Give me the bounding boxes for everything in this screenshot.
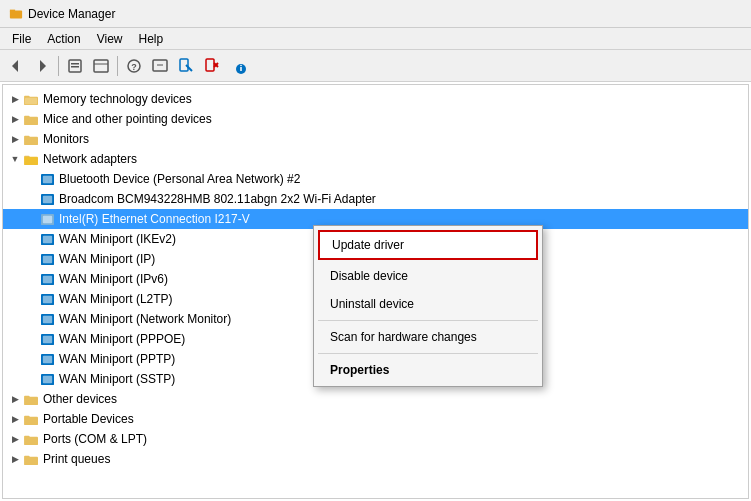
tree-item-other[interactable]: ▶ Other devices (3, 389, 748, 409)
icon-monitors (23, 131, 39, 147)
label-ports: Ports (COM & LPT) (43, 432, 147, 446)
expander-network[interactable]: ▼ (7, 151, 23, 167)
icon-portable (23, 411, 39, 427)
icon-mice (23, 111, 39, 127)
label-wan-ikev2: WAN Miniport (IKEv2) (59, 232, 176, 246)
icon-intel (39, 211, 55, 227)
forward-button[interactable] (30, 54, 54, 78)
context-menu-properties[interactable]: Properties (314, 356, 542, 384)
app-icon (8, 6, 24, 22)
svg-rect-45 (42, 315, 51, 322)
svg-marker-2 (12, 60, 18, 72)
expander-other[interactable]: ▶ (7, 391, 23, 407)
expander-monitors[interactable]: ▶ (7, 131, 23, 147)
icon-wan-ipv6 (39, 271, 55, 287)
tree-item-mice[interactable]: ▶ Mice and other pointing devices (3, 109, 748, 129)
toolbar-sep-2 (117, 56, 118, 76)
context-menu-disable-device[interactable]: Disable device (314, 262, 542, 290)
svg-rect-47 (42, 335, 51, 342)
context-menu-scan-hardware[interactable]: Scan for hardware changes (314, 323, 542, 351)
label-intel: Intel(R) Ethernet Connection I217-V (59, 212, 250, 226)
label-wan-pppoe: WAN Miniport (PPPOE) (59, 332, 185, 346)
help-button[interactable]: ? (122, 54, 146, 78)
tree-item-monitors[interactable]: ▶ Monitors (3, 129, 748, 149)
device-tree[interactable]: ▶ Memory technology devices ▶ Mice and o… (2, 84, 749, 499)
icon-print (23, 451, 39, 467)
tree-item-bluetooth[interactable]: ▶ Bluetooth Device (Personal Area Networ… (3, 169, 748, 189)
svg-rect-49 (42, 355, 51, 362)
label-portable: Portable Devices (43, 412, 134, 426)
view-button[interactable] (89, 54, 113, 78)
label-bluetooth: Bluetooth Device (Personal Area Network)… (59, 172, 300, 186)
tree-item-portable[interactable]: ▶ Portable Devices (3, 409, 748, 429)
context-menu-uninstall-device[interactable]: Uninstall device (314, 290, 542, 318)
menu-item-view[interactable]: View (89, 30, 131, 48)
scan-hardware-label: Scan for hardware changes (330, 330, 477, 344)
svg-rect-39 (42, 255, 51, 262)
label-other: Other devices (43, 392, 117, 406)
tree-item-ports[interactable]: ▶ Ports (COM & LPT) (3, 429, 748, 449)
menu-item-action[interactable]: Action (39, 30, 88, 48)
svg-rect-31 (42, 175, 51, 182)
label-network: Network adapters (43, 152, 137, 166)
expander-memory[interactable]: ▶ (7, 91, 23, 107)
tree-item-network[interactable]: ▼ Network adapters (3, 149, 748, 169)
svg-rect-35 (42, 215, 51, 222)
context-menu: Update driver Disable device Uninstall d… (313, 225, 543, 387)
menu-item-file[interactable]: File (4, 30, 39, 48)
window-title: Device Manager (28, 7, 115, 21)
svg-rect-15 (206, 59, 214, 71)
expander-print[interactable]: ▶ (7, 451, 23, 467)
tree-item-memory[interactable]: ▶ Memory technology devices (3, 89, 748, 109)
svg-rect-41 (42, 275, 51, 282)
warning-button[interactable] (226, 54, 250, 78)
svg-rect-7 (94, 60, 108, 72)
label-monitors: Monitors (43, 132, 89, 146)
icon-wan-l2tp (39, 291, 55, 307)
label-wan-netmon: WAN Miniport (Network Monitor) (59, 312, 231, 326)
label-wan-ip: WAN Miniport (IP) (59, 252, 155, 266)
svg-rect-51 (42, 375, 51, 382)
back-button[interactable] (4, 54, 28, 78)
svg-rect-6 (71, 66, 79, 68)
toolbar-sep-1 (58, 56, 59, 76)
svg-text:?: ? (131, 62, 137, 72)
svg-rect-29 (24, 156, 38, 164)
icon-wan-ikev2 (39, 231, 55, 247)
scan-button[interactable] (174, 54, 198, 78)
label-wan-l2tp: WAN Miniport (L2TP) (59, 292, 173, 306)
tree-item-print[interactable]: ▶ Print queues (3, 449, 748, 469)
main-content: ▶ Memory technology devices ▶ Mice and o… (0, 82, 751, 501)
icon-wan-pppoe (39, 331, 55, 347)
icon-wan-pptp (39, 351, 55, 367)
expander-portable[interactable]: ▶ (7, 411, 23, 427)
info-button[interactable] (148, 54, 172, 78)
icon-network-folder (23, 151, 39, 167)
tree-item-broadcom[interactable]: ▶ Broadcom BCM943228HMB 802.11abgn 2x2 W… (3, 189, 748, 209)
icon-wan-sstp (39, 371, 55, 387)
title-bar: Device Manager (0, 0, 751, 28)
label-wan-ipv6: WAN Miniport (IPv6) (59, 272, 168, 286)
icon-other (23, 391, 39, 407)
svg-rect-37 (42, 235, 51, 242)
svg-marker-3 (40, 60, 46, 72)
menu-bar: FileActionViewHelp (0, 28, 751, 50)
svg-rect-5 (71, 63, 79, 65)
svg-line-14 (186, 65, 192, 71)
svg-rect-23 (25, 97, 37, 104)
label-wan-pptp: WAN Miniport (PPTP) (59, 352, 175, 366)
menu-item-help[interactable]: Help (131, 30, 172, 48)
remove-button[interactable] (200, 54, 224, 78)
expander-ports[interactable]: ▶ (7, 431, 23, 447)
svg-rect-53 (24, 396, 38, 404)
context-menu-sep-1 (318, 320, 538, 321)
svg-point-20 (240, 64, 242, 66)
properties-button[interactable] (63, 54, 87, 78)
svg-rect-27 (24, 136, 38, 144)
label-broadcom: Broadcom BCM943228HMB 802.11abgn 2x2 Wi-… (59, 192, 376, 206)
expander-mice[interactable]: ▶ (7, 111, 23, 127)
svg-rect-43 (42, 295, 51, 302)
uninstall-device-label: Uninstall device (330, 297, 414, 311)
context-menu-update-driver[interactable]: Update driver (318, 230, 538, 260)
icon-broadcom (39, 191, 55, 207)
